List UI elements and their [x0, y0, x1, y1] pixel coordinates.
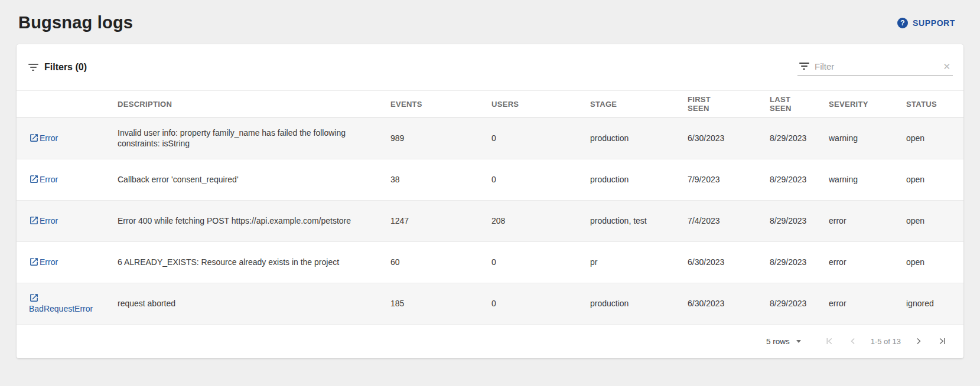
open-in-new-icon	[29, 293, 39, 303]
description-cell: Callback error 'consent_required'	[118, 159, 390, 200]
last-page-button[interactable]	[932, 331, 952, 351]
chevron-left-icon	[847, 335, 859, 347]
column-header-label: USERS	[491, 100, 519, 109]
severity-cell: warning	[829, 117, 906, 159]
last-seen-cell: 8/29/2023	[770, 241, 829, 283]
users-cell: 208	[491, 200, 590, 241]
column-header-label: LAST SEEN	[770, 95, 797, 113]
open-in-new-icon	[29, 174, 39, 184]
error-link[interactable]: Error	[29, 257, 58, 267]
column-header-first_seen: FIRST SEEN	[688, 91, 770, 117]
users-cell: 0	[491, 241, 590, 283]
error-link[interactable]: Error	[29, 216, 58, 225]
first-seen-cell: 7/9/2023	[688, 159, 770, 200]
error-link-label: Error	[40, 257, 58, 267]
column-header-stage: STAGE	[590, 91, 688, 117]
filter-input-icon	[799, 63, 809, 70]
description-cell: Error 400 while fetching POST https://ap…	[118, 200, 390, 241]
table-row: Error Invalid user info: property family…	[17, 117, 963, 159]
pagination-range: 1-5 of 13	[871, 337, 901, 346]
column-header-users: USERS	[491, 91, 590, 117]
events-cell: 989	[390, 117, 491, 159]
column-header-label: STATUS	[906, 100, 937, 109]
severity-cell: error	[829, 241, 906, 283]
column-header-last_seen: LAST SEEN	[770, 91, 829, 117]
error-link-cell: Error	[17, 241, 118, 283]
table-body: Error Invalid user info: property family…	[17, 117, 963, 324]
caret-down-icon	[796, 340, 801, 343]
logs-table: DESCRIPTIONEVENTSUSERSSTAGEFIRST SEENLAS…	[17, 91, 963, 325]
column-header-label: SEVERITY	[829, 100, 868, 109]
error-link-label: Error	[40, 216, 58, 225]
table-head: DESCRIPTIONEVENTSUSERSSTAGEFIRST SEENLAS…	[17, 91, 963, 117]
table-row: Error 6 ALREADY_EXISTS: Resource already…	[17, 241, 963, 283]
error-link[interactable]: Error	[29, 175, 58, 184]
first-seen-cell: 7/4/2023	[688, 200, 770, 241]
table-header-row: DESCRIPTIONEVENTSUSERSSTAGEFIRST SEENLAS…	[17, 91, 963, 117]
filter-field: ✕	[797, 59, 953, 76]
chevron-right-icon	[913, 335, 924, 347]
stage-cell: production	[590, 283, 688, 324]
events-cell: 1247	[390, 200, 491, 241]
filters-label: Filters (0)	[44, 62, 87, 73]
support-link[interactable]: ? SUPPORT	[897, 18, 955, 28]
page-title: Bugsnag logs	[18, 13, 133, 32]
column-header-severity: SEVERITY	[829, 91, 906, 117]
stage-cell: pr	[590, 241, 688, 283]
error-link[interactable]: Error	[29, 133, 58, 143]
first-seen-cell: 6/30/2023	[688, 241, 770, 283]
filter-input[interactable]	[815, 61, 936, 71]
stage-cell: production, test	[590, 200, 688, 241]
stage-cell: production	[590, 117, 688, 159]
error-link-cell: Error	[17, 200, 118, 241]
events-cell: 185	[390, 283, 491, 324]
filter-icon	[28, 64, 38, 71]
error-link-label: Error	[40, 175, 58, 184]
pagination: 5 rows 1-5 of 13	[17, 325, 963, 358]
status-cell: open	[906, 241, 963, 283]
column-header-events: EVENTS	[390, 91, 491, 117]
next-page-button[interactable]	[909, 331, 929, 351]
first-seen-cell: 6/30/2023	[688, 117, 770, 159]
column-header-label: EVENTS	[390, 100, 422, 109]
status-cell: ignored	[906, 283, 963, 324]
events-cell: 60	[390, 241, 491, 283]
clear-filter-button[interactable]: ✕	[942, 62, 952, 71]
column-header-status: STATUS	[906, 91, 963, 117]
table-toolbar: Filters (0) ✕	[17, 44, 963, 91]
logs-card: Filters (0) ✕ DESCRIPTIONEVENTSUSERSSTAG…	[17, 44, 963, 358]
table-row: Error Error 400 while fetching POST http…	[17, 200, 963, 241]
open-in-new-icon	[29, 257, 39, 267]
prev-page-button[interactable]	[843, 331, 863, 351]
rows-per-page-select[interactable]: 5 rows	[766, 337, 801, 346]
description-cell: 6 ALREADY_EXISTS: Resource already exist…	[118, 241, 390, 283]
severity-cell: error	[829, 283, 906, 324]
first-seen-cell: 6/30/2023	[688, 283, 770, 324]
last-seen-cell: 8/29/2023	[770, 117, 829, 159]
severity-cell: error	[829, 200, 906, 241]
column-header-label: STAGE	[590, 100, 617, 109]
support-label: SUPPORT	[913, 18, 955, 28]
table-row: Error Callback error 'consent_required' …	[17, 159, 963, 200]
first-page-icon	[823, 335, 835, 347]
stage-cell: production	[590, 159, 688, 200]
last-page-icon	[936, 335, 948, 347]
error-link-cell: Error	[17, 159, 118, 200]
filters-toggle[interactable]: Filters (0)	[28, 62, 87, 73]
status-cell: open	[906, 200, 963, 241]
users-cell: 0	[491, 159, 590, 200]
description-cell: request aborted	[118, 283, 390, 324]
users-cell: 0	[491, 283, 590, 324]
help-icon: ?	[897, 18, 908, 28]
error-link-label: BadRequestError	[29, 304, 93, 313]
severity-cell: warning	[829, 159, 906, 200]
page-header: Bugsnag logs ? SUPPORT	[0, 0, 980, 44]
error-link[interactable]: BadRequestError	[29, 293, 93, 313]
table-row: BadRequestError request aborted 185 0 pr…	[17, 283, 963, 324]
error-link-cell: Error	[17, 117, 118, 159]
column-header-description: DESCRIPTION	[118, 91, 390, 117]
users-cell: 0	[491, 117, 590, 159]
status-cell: open	[906, 117, 963, 159]
open-in-new-icon	[29, 215, 39, 225]
first-page-button[interactable]	[819, 331, 839, 351]
